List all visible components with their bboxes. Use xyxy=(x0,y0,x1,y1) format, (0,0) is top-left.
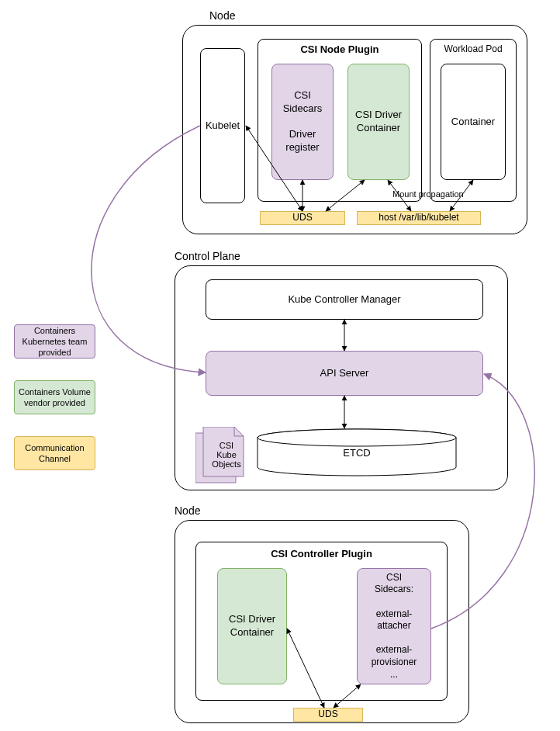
legend-yellow-label: Communication Channel xyxy=(15,442,95,465)
uds-top-label: UDS xyxy=(292,212,312,224)
kube-controller-manager-label: Kube Controller Manager xyxy=(288,293,400,307)
control-plane-title: Control Plane xyxy=(175,250,240,262)
legend-green-label: Containers Volume vendor provided xyxy=(15,386,95,409)
csi-driver-ctrl-label: CSI Driver Container xyxy=(229,613,275,639)
uds-bottom-label: UDS xyxy=(318,708,337,721)
csi-node-plugin-title: CSI Node Plugin xyxy=(258,43,422,55)
workload-container-label: Container xyxy=(451,116,495,129)
node-top-title: Node xyxy=(209,9,235,22)
svg-point-1 xyxy=(258,429,456,446)
workload-container: Container xyxy=(441,64,506,180)
csi-kube-objects-label: CSI Kube Objects xyxy=(209,441,244,469)
host-path-label: host /var/lib/kubelet xyxy=(379,212,458,224)
host-path: host /var/lib/kubelet xyxy=(357,211,481,225)
node-bottom-title: Node xyxy=(175,504,200,517)
mount-propagation-label: Mount propagation xyxy=(392,189,464,199)
csi-sidecars-ctrl-label: CSI Sidecars: external- attacher externa… xyxy=(372,572,417,681)
api-server-label: API Server xyxy=(320,367,369,380)
legend-green: Containers Volume vendor provided xyxy=(14,380,95,414)
kube-controller-manager: Kube Controller Manager xyxy=(206,279,483,320)
uds-top: UDS xyxy=(260,211,345,225)
etcd: ETCD xyxy=(256,428,458,473)
kubelet-label: Kubelet xyxy=(206,120,240,133)
api-server: API Server xyxy=(206,351,483,396)
legend-yellow: Communication Channel xyxy=(14,436,95,470)
csi-kube-objects: CSI Kube Objects xyxy=(195,427,251,491)
csi-sidecars-node: CSI Sidecars Driver register xyxy=(271,64,334,180)
etcd-label: ETCD xyxy=(256,447,458,460)
legend-purple-label: Containers Kubernetes team provided xyxy=(15,325,95,359)
uds-bottom: UDS xyxy=(293,708,363,722)
csi-sidecars-ctrl: CSI Sidecars: external- attacher externa… xyxy=(357,568,431,684)
csi-driver-node: CSI Driver Container xyxy=(347,64,410,180)
workload-pod-title: Workload Pod xyxy=(430,43,517,54)
csi-controller-plugin-title: CSI Controller Plugin xyxy=(195,548,448,560)
csi-driver-ctrl: CSI Driver Container xyxy=(217,568,287,684)
csi-driver-node-label: CSI Driver Container xyxy=(355,109,402,135)
legend-purple: Containers Kubernetes team provided xyxy=(14,324,95,359)
csi-sidecars-node-label: CSI Sidecars Driver register xyxy=(283,89,323,154)
kubelet-box: Kubelet xyxy=(200,48,245,203)
